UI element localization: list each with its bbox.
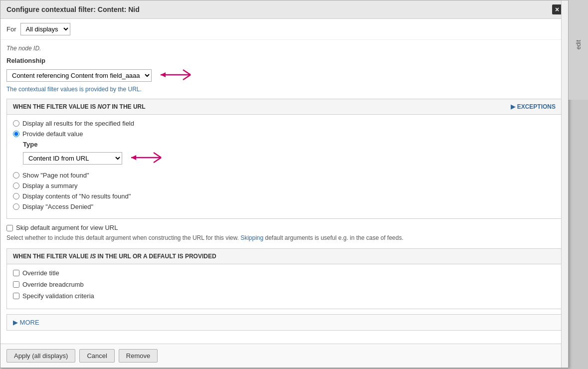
radio-show-not-found-row: Show "Page not found" [13,172,556,179]
svg-marker-5 [131,155,136,160]
radio-display-all[interactable] [13,120,19,127]
svg-marker-1 [161,72,166,77]
radio-display-all-label: Display all results for the specified fi… [22,120,134,127]
override-breadcrumb-row: Override breadcrumb [13,281,556,288]
modal-body: The node ID. Relationship Content refere… [0,40,568,344]
more-section: ▶ MORE [6,314,562,331]
arrow-annotation-type [126,150,166,167]
not-in-url-box: WHEN THE FILTER VALUE IS NOT IN THE URL … [6,99,562,219]
relationship-label: Relationship [6,57,562,64]
not-in-url-body: Display all results for the specified fi… [7,115,562,218]
radio-display-access-denied-label: Display "Access Denied" [22,203,93,210]
svg-line-6 [154,153,161,158]
for-label: For [6,25,16,33]
radio-display-summary-row: Display a summary [13,182,556,189]
radio-provide-default-row: Provide default value [13,130,556,138]
arrow-annotation-relationship [156,67,196,84]
cancel-button[interactable]: Cancel [79,349,114,363]
specify-validation-checkbox[interactable] [13,293,19,299]
radio-display-all-row: Display all results for the specified fi… [13,120,556,127]
override-title-label: Override title [22,269,59,277]
type-select[interactable]: Content ID from URL Fixed value PHP Code… [23,152,122,165]
radio-display-access-denied-row: Display "Access Denied" [13,203,556,210]
relationship-select[interactable]: Content referencing Content from field_a… [6,69,152,82]
more-header[interactable]: ▶ MORE [7,315,562,330]
override-title-row: Override title [13,269,556,277]
contextual-hint: The contextual filter values is provided… [6,86,562,93]
modal-title-bar: Configure contextual filter: Content: Ni… [0,0,568,19]
skip-checkbox[interactable] [6,225,13,231]
footer-buttons: Apply (all displays) Cancel Remove [0,344,568,368]
radio-display-summary[interactable] [13,183,19,189]
radio-display-no-results-row: Display contents of "No results found" [13,192,556,200]
for-select[interactable]: All displays Page Block [20,23,70,35]
for-row: For All displays Page Block [0,19,568,40]
modal-title: Configure contextual filter: Content: Ni… [6,5,140,13]
is-in-url-box: WHEN THE FILTER VALUE IS IN THE URL OR A… [6,248,562,309]
type-label: Type [23,141,556,148]
not-in-url-header: WHEN THE FILTER VALUE IS NOT IN THE URL … [7,99,562,115]
skipping-link[interactable]: Skipping [240,234,263,241]
skip-label: Skip default argument for view URL [16,224,118,231]
side-panel: edit [568,0,588,100]
radio-display-no-results-label: Display contents of "No results found" [22,192,131,200]
exceptions-link[interactable]: ▶ EXCEPTIONS [511,103,556,110]
not-in-url-title: WHEN THE FILTER VALUE IS NOT IN THE URL [13,103,146,110]
skip-row: Skip default argument for view URL [6,224,562,231]
node-id-hint: The node ID. [6,45,562,52]
radio-provide-default-label: Provide default value [22,130,83,138]
svg-line-7 [154,158,161,163]
radio-show-not-found-label: Show "Page not found" [22,172,89,179]
side-panel-text: edit [575,40,582,49]
override-title-checkbox[interactable] [13,270,19,276]
scrollbar-track[interactable] [561,0,568,368]
override-breadcrumb-label: Override breadcrumb [22,281,84,288]
radio-display-summary-label: Display a summary [22,182,78,189]
radio-show-not-found[interactable] [13,172,19,179]
remove-button[interactable]: Remove [119,349,158,363]
type-select-row: Content ID from URL Fixed value PHP Code… [23,150,556,167]
radio-display-no-results[interactable] [13,193,19,199]
specify-validation-label: Specify validation criteria [22,292,94,300]
apply-button[interactable]: Apply (all displays) [6,349,75,363]
override-breadcrumb-checkbox[interactable] [13,281,19,288]
radio-provide-default[interactable] [13,131,19,137]
configure-filter-modal: Configure contextual filter: Content: Ni… [0,0,569,368]
type-row: Type Content ID from URL Fixed value PHP… [23,141,556,167]
radio-display-access-denied[interactable] [13,203,19,210]
svg-line-3 [183,75,191,80]
skip-hint: Select whether to include this default a… [6,233,562,242]
is-in-url-header: WHEN THE FILTER VALUE IS IN THE URL OR A… [7,249,562,264]
modal-wrapper: Configure contextual filter: Content: Ni… [0,0,588,369]
specify-validation-row: Specify validation criteria [13,292,556,300]
svg-line-2 [183,70,191,75]
close-button[interactable]: × [552,4,562,14]
relationship-row: Content referencing Content from field_a… [6,67,562,84]
is-in-url-body: Override title Override breadcrumb Speci… [7,264,562,309]
